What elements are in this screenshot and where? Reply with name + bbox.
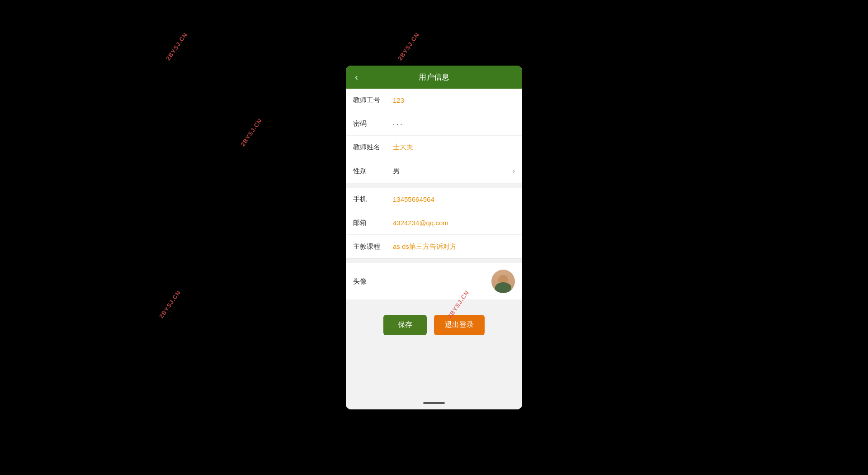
teacher-id-value: 123	[389, 96, 515, 104]
logout-button[interactable]: 退出登录	[434, 315, 485, 335]
gender-value: 男	[389, 167, 511, 176]
teacher-id-label: 教师工号	[353, 96, 389, 104]
section-gap-3	[346, 299, 522, 304]
teacher-id-row: 教师工号 123	[346, 89, 522, 112]
avatar[interactable]	[491, 270, 515, 293]
teacher-name-value: 士大夫	[389, 143, 515, 152]
watermark-3: 2BYSJ.CN	[239, 117, 263, 147]
course-value: as ds第三方告诉对方	[389, 242, 515, 251]
email-label: 邮箱	[353, 218, 389, 227]
gender-row[interactable]: 性别 男 ›	[346, 159, 522, 183]
back-button[interactable]: ‹	[353, 70, 360, 84]
phone-label: 手机	[353, 195, 389, 204]
email-value: 4324234@qq.com	[389, 219, 515, 227]
home-indicator	[423, 402, 445, 404]
avatar-row: 头像	[346, 263, 522, 299]
email-row: 邮箱 4324234@qq.com	[346, 211, 522, 235]
watermark-4: 2BYSJ.CN	[158, 289, 182, 319]
teacher-name-label: 教师姓名	[353, 143, 389, 152]
bottom-area	[346, 346, 522, 409]
section-gap-2	[346, 259, 522, 263]
phone-row: 手机 13455664564	[346, 188, 522, 211]
teacher-name-row: 教师姓名 士大夫	[346, 136, 522, 159]
button-area: 保存 退出登录	[346, 304, 522, 346]
avatar-image	[491, 270, 515, 293]
phone-value: 13455664564	[389, 195, 515, 203]
header: ‹ 用户信息	[346, 66, 522, 89]
course-label: 主教课程	[353, 242, 389, 251]
password-label: 密码	[353, 119, 389, 128]
save-button[interactable]: 保存	[383, 315, 427, 335]
page-title: 用户信息	[419, 72, 449, 82]
avatar-label: 头像	[353, 277, 389, 286]
course-row: 主教课程 as ds第三方告诉对方	[346, 235, 522, 258]
form-section-2: 手机 13455664564 邮箱 4324234@qq.com 主教课程 as…	[346, 188, 522, 259]
gender-label: 性别	[353, 167, 389, 176]
gender-chevron-icon: ›	[513, 167, 515, 175]
section-gap-1	[346, 183, 522, 188]
watermark-1: 2BYSJ.CN	[165, 31, 189, 62]
password-value: ···	[389, 120, 515, 128]
phone-container: ‹ 用户信息 教师工号 123 密码 ··· 教师姓名 士大夫 性别 男 › 手…	[346, 66, 522, 409]
watermark-2: 2BYSJ.CN	[397, 31, 421, 62]
form-section-1: 教师工号 123 密码 ··· 教师姓名 士大夫 性别 男 ›	[346, 89, 522, 183]
password-row: 密码 ···	[346, 112, 522, 136]
